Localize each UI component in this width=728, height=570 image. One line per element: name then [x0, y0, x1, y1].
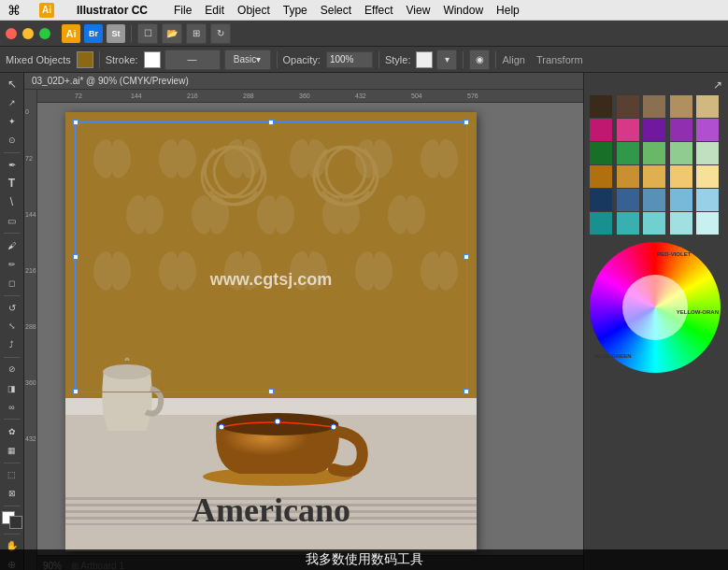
ruler-h-504: 504 — [411, 93, 422, 99]
swatch-26[interactable] — [617, 212, 639, 235]
swatch-8[interactable] — [670, 119, 692, 141]
transform-label[interactable]: Transform — [536, 54, 583, 65]
menu-edit[interactable]: Edit — [205, 4, 224, 17]
menu-type[interactable]: Type — [283, 4, 307, 17]
menu-object[interactable]: Object — [237, 4, 270, 17]
stroke-swatch[interactable] — [144, 51, 161, 68]
rectangle-tool[interactable]: ▭ — [2, 212, 22, 230]
swatch-29[interactable] — [696, 212, 719, 235]
scale-tool[interactable]: ⤡ — [2, 318, 22, 335]
stroke-weight-input[interactable]: — — [164, 50, 221, 70]
swatch-24[interactable] — [696, 189, 719, 211]
pen-tool[interactable]: ✒ — [2, 156, 22, 174]
lasso-tool[interactable]: ⊙ — [2, 132, 22, 150]
svg-point-2 — [219, 424, 224, 430]
swatch-27[interactable] — [643, 212, 665, 235]
ruler-v-144: 144 — [25, 211, 36, 218]
swatch-0[interactable] — [590, 95, 612, 118]
swatch-13[interactable] — [670, 142, 692, 164]
swatch-11[interactable] — [617, 142, 639, 164]
direct-selection-tool[interactable]: ↗ — [2, 93, 22, 111]
swatch-18[interactable] — [670, 165, 692, 188]
swatch-10[interactable] — [590, 142, 612, 164]
color-circle-btn[interactable]: ◉ — [469, 50, 490, 70]
open-btn[interactable]: 📂 — [162, 23, 182, 44]
swatch-21[interactable] — [617, 189, 639, 211]
swatch-23[interactable] — [670, 189, 692, 211]
rotate-tool[interactable]: ↺ — [2, 299, 22, 317]
fill-swatch[interactable] — [77, 51, 93, 68]
canvas-area: 03_02D+.ai* @ 90% (CMYK/Preview) 0 72 14… — [24, 73, 583, 570]
swatch-7[interactable] — [643, 119, 665, 141]
br-app-badge[interactable]: Br — [84, 24, 103, 43]
menu-help[interactable]: Help — [496, 4, 520, 17]
swatch-12[interactable] — [643, 142, 665, 164]
object-type-label: Mixed Objects — [6, 54, 71, 65]
watermark-text: www.cgtsj.com — [210, 269, 332, 289]
swatch-5[interactable] — [590, 119, 612, 141]
apple-menu-icon[interactable]: ⌘ — [7, 3, 21, 18]
paintbrush-tool[interactable]: 🖌 — [2, 236, 22, 254]
style-swatch[interactable] — [416, 51, 433, 68]
window-maximize-btn[interactable] — [39, 28, 50, 39]
warp-tool[interactable]: ⤴ — [2, 336, 22, 354]
type-tool[interactable]: T — [2, 175, 22, 192]
swatch-14[interactable] — [696, 142, 719, 164]
canvas-content[interactable]: www.cgtsj.com — [37, 103, 583, 555]
menu-select[interactable]: Select — [321, 4, 351, 17]
line-tool[interactable]: \ — [2, 193, 22, 211]
ai-app-badge[interactable]: Ai — [62, 24, 80, 43]
pencil-tool[interactable]: ✏ — [2, 255, 22, 273]
menu-view[interactable]: View — [407, 4, 431, 17]
ruler-h-144: 144 — [131, 93, 142, 99]
swatch-20[interactable] — [590, 189, 612, 211]
new-doc-btn[interactable]: ☐ — [137, 23, 158, 44]
menu-file[interactable]: File — [174, 4, 192, 17]
arrange-btn[interactable]: ⊞ — [186, 23, 207, 44]
window-minimize-btn[interactable] — [22, 28, 34, 39]
right-panel: ↗ — [583, 73, 728, 570]
graph-tool[interactable]: ▦ — [2, 441, 22, 459]
swatch-3[interactable] — [670, 95, 692, 118]
arrange-icon: ⊞ — [193, 28, 200, 38]
swatch-4[interactable] — [696, 95, 719, 118]
rotate-doc-btn[interactable]: ↻ — [210, 23, 231, 44]
swatch-2[interactable] — [643, 95, 665, 118]
swatch-6[interactable] — [617, 119, 639, 141]
swatch-16[interactable] — [617, 165, 639, 188]
swatch-28[interactable] — [670, 212, 692, 235]
opacity-label: Opacity: — [283, 54, 321, 65]
menu-effect[interactable]: Effect — [364, 4, 393, 17]
swatch-15[interactable] — [590, 165, 612, 188]
opacity-input[interactable] — [326, 51, 373, 68]
symbol-sprayer-tool[interactable]: ✿ — [2, 422, 22, 440]
americano-text: Americano — [192, 491, 350, 530]
window-close-btn[interactable] — [6, 28, 17, 39]
blend-tool[interactable]: ∞ — [2, 398, 22, 416]
slice-tool[interactable]: ⊠ — [2, 485, 22, 503]
eyedropper-tool[interactable]: ⊘ — [2, 361, 22, 378]
st-app-badge[interactable]: St — [107, 24, 125, 43]
right-panel-cursor-icon: ↗ — [713, 78, 722, 92]
eraser-tool[interactable]: ◻ — [2, 274, 22, 292]
wheel-label-bg: BLUE-GREEN — [594, 353, 632, 359]
brush-selector[interactable]: Basic ▾ — [224, 50, 271, 70]
svg-point-4 — [331, 424, 336, 430]
magic-wand-tool[interactable]: ✦ — [2, 112, 22, 130]
artboard-tool[interactable]: ⬚ — [2, 466, 22, 484]
color-wheel[interactable]: RED-VIOLET YELLOW-ORAN BLUE-GREEN — [590, 242, 721, 373]
color-swatch-pair[interactable] — [2, 511, 22, 529]
swatch-1[interactable] — [617, 95, 639, 118]
style-dropdown-btn[interactable]: ▾ — [436, 50, 457, 70]
menu-window[interactable]: Window — [443, 4, 483, 17]
swatch-25[interactable] — [590, 212, 612, 235]
swatch-17[interactable] — [643, 165, 665, 188]
swatch-9[interactable] — [696, 119, 719, 141]
selection-tool[interactable]: ↖ — [2, 75, 22, 93]
swatch-22[interactable] — [643, 189, 665, 211]
ruler-v-0: 0 — [25, 108, 29, 115]
gradient-tool[interactable]: ◨ — [2, 379, 22, 397]
align-label[interactable]: Align — [502, 54, 524, 65]
workspace: ↖ ↗ ✦ ⊙ ✒ T \ ▭ 🖌 ✏ ◻ ↺ ⤡ ⤴ ⊘ ◨ ∞ ✿ ▦ ⬚ … — [0, 73, 728, 570]
swatch-19[interactable] — [696, 165, 719, 188]
